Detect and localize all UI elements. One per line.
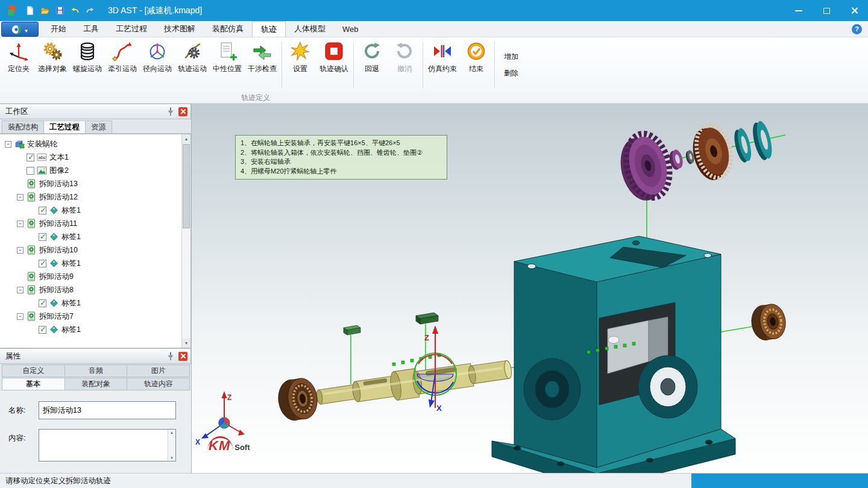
pin-icon[interactable] [166,107,175,116]
tree-item[interactable]: 拆卸活动13 [2,177,190,190]
tab-assembly-object[interactable]: 装配对象 [64,378,128,390]
neutral-position-button[interactable]: 中性位置 [210,39,245,92]
collapse-icon[interactable]: − [17,313,24,320]
tab-basic[interactable]: 基本 [2,378,65,390]
visibility-checkbox[interactable] [39,260,46,267]
tree-item-label: 图像2 [49,166,69,176]
tree-item[interactable]: −拆卸活动8 [2,283,190,296]
gearbox-housing[interactable] [492,236,735,473]
visibility-checkbox[interactable] [27,167,34,175]
bearing-left[interactable] [276,377,320,422]
bearing-right[interactable] [749,302,788,342]
visibility-checkbox[interactable] [39,326,46,334]
maximize-button[interactable] [813,0,840,21]
help-icon[interactable] [852,24,862,34]
visibility-checkbox[interactable] [39,207,46,214]
visibility-checkbox[interactable] [39,233,46,241]
tab-audio[interactable]: 音频 [64,364,128,377]
trajectory-confirm-button[interactable]: 轨迹确认 [316,39,351,92]
washer-teal-1[interactable] [732,127,754,164]
tree-item[interactable]: 标签1 [2,257,190,270]
tree-item[interactable]: −拆卸活动7 [2,310,190,323]
tree-item[interactable]: 标签1 [2,204,190,217]
menu-tab-trajectory[interactable]: 轨迹 [252,21,286,37]
flat-key-large[interactable] [416,313,438,324]
viewport-3d[interactable]: Z X Z X 1、在 [192,104,868,473]
textarea-scrollbar[interactable] [168,430,175,461]
tree-item[interactable]: −安装蜗轮 [2,137,190,151]
visibility-checkbox[interactable] [27,154,34,161]
name-input[interactable] [39,401,176,419]
tree-item[interactable]: −拆卸活动11 [2,217,190,230]
tab-process[interactable]: 工艺过程 [43,120,86,133]
flat-key-small[interactable] [344,325,360,335]
washer-teal-2[interactable] [750,120,775,162]
scroll-thumb[interactable] [183,144,190,228]
menu-tab-process[interactable]: 工艺过程 [107,21,156,37]
collapse-icon[interactable]: − [17,221,24,227]
menu-tab-tools[interactable]: 工具 [75,21,107,37]
titlebar: 3D AST - [减速机.kmapd] [0,0,868,21]
visibility-checkbox[interactable] [39,299,46,307]
open-file-icon[interactable] [38,4,51,17]
spiral-motion-button[interactable]: 螺旋运动 [70,39,105,92]
tab-picture[interactable]: 图片 [127,364,190,377]
tree-scrollbar[interactable] [181,134,190,348]
collapse-icon[interactable]: − [17,194,24,201]
undo-title-icon[interactable] [68,4,81,17]
finish-button[interactable]: 结束 [460,39,492,92]
undo-button[interactable]: 撤消 [388,39,421,92]
worm-shaft[interactable] [315,355,514,412]
tab-trajectory-content[interactable]: 轨迹内容 [127,378,190,390]
collapse-icon[interactable]: − [17,247,24,254]
redo-title-icon[interactable] [83,4,96,17]
pin-icon[interactable] [166,351,175,361]
tree-item[interactable]: 标签1 [2,230,190,243]
close-button[interactable] [840,0,868,21]
delete-button[interactable]: 删除 [502,67,521,79]
tab-resources[interactable]: 资源 [85,120,112,133]
tree-item[interactable]: 拆卸活动9 [2,270,190,283]
tree-item[interactable]: abc文本1 [2,151,190,164]
file-menu-button[interactable] [1,22,39,37]
select-object-button[interactable]: 选择对象 [35,39,70,92]
menu-tab-human-model[interactable]: 人体模型 [286,21,334,37]
collapse-icon[interactable]: − [17,287,24,293]
save-icon[interactable] [53,4,66,17]
minimize-button[interactable] [785,0,813,21]
content-textarea[interactable] [39,430,175,461]
menu-tab-web[interactable]: Web [334,21,367,37]
simulation-constraint-button[interactable]: 仿真约束 [425,39,460,92]
menu-tab-assembly-sim[interactable]: 装配仿真 [204,21,252,37]
add-button[interactable]: 增加 [502,51,521,63]
menu-tab-start[interactable]: 开始 [42,21,75,37]
properties-close-icon[interactable] [178,352,187,361]
traction-motion-button[interactable]: 牵引运动 [105,39,140,92]
tree-item[interactable]: 图像2 [2,164,190,177]
triad-z-label: Z [227,393,231,402]
tree-item[interactable]: 标签1 [2,323,190,336]
tree-item[interactable]: −拆卸活动12 [2,190,190,204]
interference-check-button[interactable]: 干涉检查 [245,39,280,92]
worm-gear[interactable] [614,129,676,205]
scroll-down-icon[interactable] [182,339,190,348]
scroll-up-icon[interactable] [182,134,190,143]
tab-assembly-structure[interactable]: 装配结构 [2,120,44,133]
tree-item[interactable]: −拆卸活动10 [2,243,190,257]
menu-tab-tech-illustration[interactable]: 技术图解 [156,21,204,37]
rollback-button[interactable]: 回退 [356,39,388,92]
scroll-down-icon[interactable] [170,456,174,460]
ribbon-button-label: 干涉检查 [248,64,277,74]
tab-custom[interactable]: 自定义 [2,364,65,377]
bevel-gear[interactable] [687,121,736,184]
positioning-clamp-button[interactable]: 定位夹 [2,39,35,92]
radial-motion-button[interactable]: 径向运动 [140,39,175,92]
collapse-icon[interactable]: − [5,141,11,148]
tree-item-label: 拆卸活动8 [39,285,74,295]
workspace-close-icon[interactable] [178,107,187,116]
scroll-up-icon[interactable] [170,431,174,434]
settings-button[interactable]: 设置 [284,39,316,92]
tree-item[interactable]: 标签1 [2,296,190,310]
new-file-icon[interactable] [23,4,36,17]
trajectory-motion-button[interactable]: 轨迹运动 [175,39,210,92]
